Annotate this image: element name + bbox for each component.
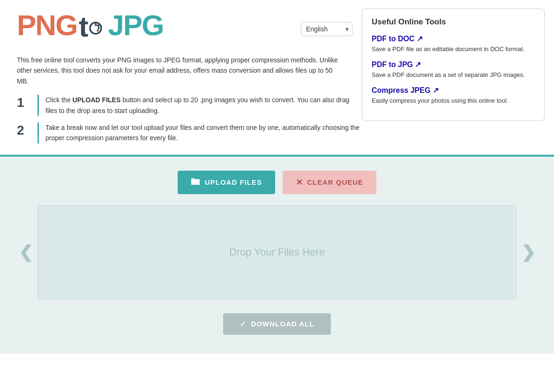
tool-pdf-to-doc-desc: Save a PDF file as an editable document … bbox=[372, 45, 535, 53]
clear-queue-button[interactable]: ✕ CLEAR QUEUE bbox=[283, 171, 376, 194]
download-all-label: DOWNLOAD ALL bbox=[251, 320, 314, 328]
logo: PNG t JPG bbox=[17, 8, 163, 42]
step-1-text: Click the UPLOAD FILES button and select… bbox=[45, 95, 362, 116]
upload-buttons-row: UPLOAD FILES ✕ CLEAR QUEUE bbox=[0, 171, 554, 194]
clear-button-label: CLEAR QUEUE bbox=[307, 178, 363, 186]
description-text: This free online tool converts your PNG … bbox=[17, 55, 345, 86]
tool-pdf-to-jpg-link[interactable]: PDF to JPG ↗ bbox=[372, 60, 535, 69]
tool-compress-jpeg: Compress JPEG ↗ Easily compress your pho… bbox=[372, 86, 535, 105]
language-selector[interactable]: English Español Français Deutsch bbox=[301, 22, 352, 36]
tool-pdf-to-doc: PDF to DOC ↗ Save a PDF file as an edita… bbox=[372, 34, 535, 53]
prev-arrow-button[interactable]: ❮ bbox=[14, 242, 37, 262]
step-1: 1 Click the UPLOAD FILES button and sele… bbox=[17, 95, 362, 116]
useful-tools-title: Useful Online Tools bbox=[372, 17, 535, 27]
useful-tools-panel: Useful Online Tools PDF to DOC ↗ Save a … bbox=[362, 8, 545, 121]
right-arrow-icon: ❯ bbox=[521, 242, 535, 262]
download-all-button[interactable]: ✓ DOWNLOAD ALL bbox=[223, 313, 331, 335]
tool-compress-jpeg-desc: Easily compress your photos using this o… bbox=[372, 97, 535, 105]
svg-text:t: t bbox=[79, 10, 89, 40]
logo-png: PNG bbox=[17, 8, 77, 42]
upload-icon bbox=[191, 177, 200, 187]
file-drop-zone[interactable]: Drop Your Files Here bbox=[37, 205, 517, 299]
download-wrap: ✓ DOWNLOAD ALL bbox=[0, 299, 554, 344]
step-2: 2 Take a break now and let our tool uplo… bbox=[17, 122, 362, 143]
tool-pdf-to-jpg-desc: Save a PDF document as a set of separate… bbox=[372, 71, 535, 79]
tool-compress-jpeg-link[interactable]: Compress JPEG ↗ bbox=[372, 86, 535, 95]
upload-files-button[interactable]: UPLOAD FILES bbox=[178, 171, 275, 194]
logo-jpg: JPG bbox=[108, 8, 163, 42]
logo-to-icon: t bbox=[79, 10, 106, 40]
drop-area-wrapper: ❮ Drop Your Files Here ❯ bbox=[14, 205, 540, 299]
steps-container: 1 Click the UPLOAD FILES button and sele… bbox=[17, 95, 362, 143]
logo-to: t bbox=[79, 10, 106, 40]
step-2-text: Take a break now and let our tool upload… bbox=[45, 122, 362, 143]
next-arrow-button[interactable]: ❯ bbox=[517, 242, 540, 262]
drop-text: Drop Your Files Here bbox=[229, 246, 325, 258]
step-1-number: 1 bbox=[17, 95, 31, 111]
download-check-icon: ✓ bbox=[240, 320, 247, 328]
upload-section: UPLOAD FILES ✕ CLEAR QUEUE ❮ Drop Your F… bbox=[0, 157, 554, 354]
clear-icon: ✕ bbox=[296, 177, 303, 188]
upload-button-label: UPLOAD FILES bbox=[205, 178, 262, 186]
left-arrow-icon: ❮ bbox=[19, 242, 33, 262]
tool-pdf-to-jpg: PDF to JPG ↗ Save a PDF document as a se… bbox=[372, 60, 535, 79]
tool-pdf-to-doc-link[interactable]: PDF to DOC ↗ bbox=[372, 34, 535, 43]
language-dropdown[interactable]: English Español Français Deutsch bbox=[301, 22, 352, 36]
step-2-number: 2 bbox=[17, 122, 31, 138]
